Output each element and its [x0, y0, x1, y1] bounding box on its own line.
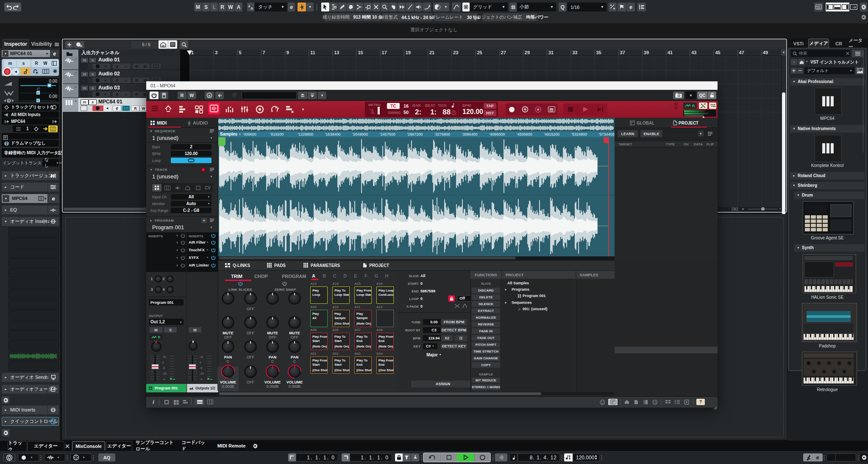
- svg-text:a: a: [209, 94, 211, 97]
- svg-text:R: R: [692, 104, 695, 108]
- svg-text:A: A: [250, 6, 253, 10]
- svg-text:R: R: [158, 336, 161, 339]
